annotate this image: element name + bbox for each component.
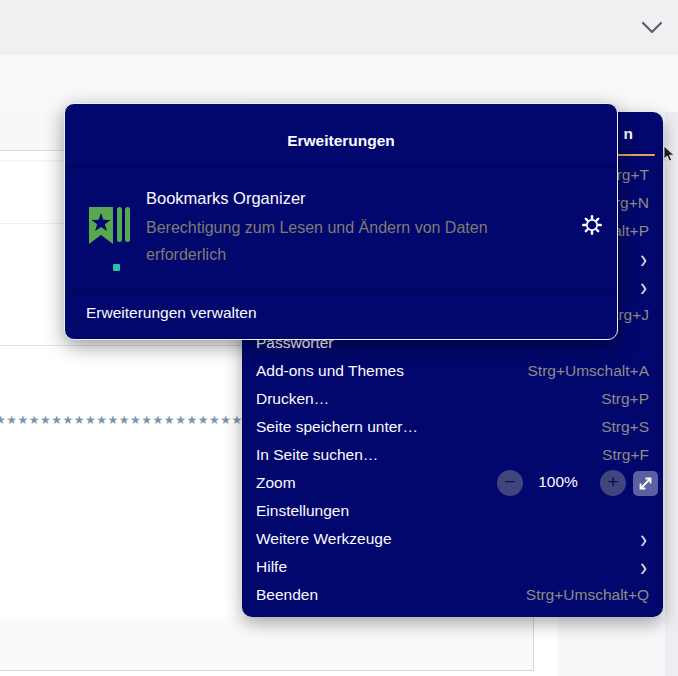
menu-item-print[interactable]: Drucken… Strg+P xyxy=(242,385,663,413)
menu-item-quit[interactable]: Beenden Strg+Umschalt+Q xyxy=(242,581,663,609)
mouse-cursor xyxy=(663,146,677,168)
sign-in-label-fragment: n xyxy=(624,125,633,143)
extension-name[interactable]: Bookmarks Organizer xyxy=(146,189,306,208)
extensions-panel-title: Erweiterungen xyxy=(65,132,617,150)
bookmarks-organizer-icon xyxy=(86,204,130,248)
chevron-right-icon: › xyxy=(640,555,647,580)
page-side-column xyxy=(558,617,665,676)
page-stars-row: ★★★★★★★★★★★★★★★★★★★★★★★★ xyxy=(0,413,245,427)
fullscreen-button[interactable] xyxy=(633,471,658,496)
chevron-right-icon: › xyxy=(640,275,647,300)
page-content-border xyxy=(533,617,534,670)
chevron-right-icon: › xyxy=(640,247,647,272)
page-divider xyxy=(0,150,64,151)
extension-description: Berechtigung zum Lesen und Ändern von Da… xyxy=(146,214,554,268)
zoom-out-button[interactable]: − xyxy=(497,470,523,496)
shortcut-label: Strg+Umschalt+A xyxy=(528,362,649,380)
page-right-gutter xyxy=(665,112,678,676)
shortcut-label: Strg+Umschalt+Q xyxy=(526,586,649,604)
teal-indicator-dot xyxy=(113,264,120,271)
shortcut-label: Strg+P xyxy=(601,390,649,408)
fullscreen-arrows-icon xyxy=(636,474,655,493)
browser-window: uchen 1 CSS V xyxy=(0,0,678,676)
page-content-border xyxy=(0,670,534,671)
chevron-down-icon[interactable] xyxy=(640,20,664,36)
extensions-panel: Erweiterungen Bookmarks Organizer Berech… xyxy=(64,103,618,340)
titlebar xyxy=(0,0,678,55)
manage-extensions-link[interactable]: Erweiterungen verwalten xyxy=(86,304,257,322)
page-divider xyxy=(0,223,64,224)
menu-item-help[interactable]: Hilfe › xyxy=(242,553,663,581)
extension-settings-gear-icon[interactable] xyxy=(581,214,603,236)
menu-item-zoom: Zoom − 100% + xyxy=(242,469,663,497)
menu-item-settings[interactable]: Einstellungen xyxy=(242,497,663,525)
shortcut-label: Strg+S xyxy=(601,418,649,436)
shortcut-label: Strg+F xyxy=(602,446,649,464)
page-divider xyxy=(0,345,242,346)
panel-separator xyxy=(65,289,617,290)
panel-separator xyxy=(65,167,617,168)
menu-item-more-tools[interactable]: Weitere Werkzeuge › xyxy=(242,525,663,553)
zoom-level[interactable]: 100% xyxy=(525,473,591,491)
menu-item-addons-themes[interactable]: Add-ons und Themes Strg+Umschalt+A xyxy=(242,357,663,385)
menu-item-save-page[interactable]: Seite speichern unter… Strg+S xyxy=(242,413,663,441)
page-content-box xyxy=(0,617,533,670)
zoom-in-button[interactable]: + xyxy=(600,470,626,496)
chevron-right-icon: › xyxy=(640,527,647,552)
menu-item-find-in-page[interactable]: In Seite suchen… Strg+F xyxy=(242,441,663,469)
